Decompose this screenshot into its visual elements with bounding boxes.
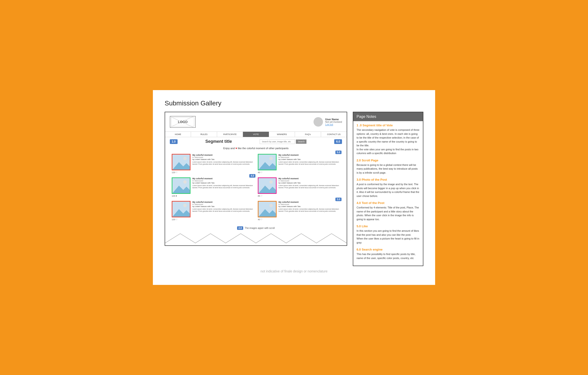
note-item-4: 4.0 Text of the Post Conformed by 4 elem… — [357, 201, 420, 221]
post-image-2[interactable] — [258, 154, 277, 170]
svg-point-13 — [183, 204, 187, 207]
svg-point-16 — [269, 204, 273, 207]
post-badge-2: 5.0 — [336, 150, 342, 154]
post-title-1: My colorful moment — [192, 154, 254, 156]
heart-empty-1: ♡ — [176, 171, 178, 174]
post-inner-1: My colorful moment in Vancouver by Lisbe… — [172, 154, 254, 170]
page-notes-body: 1 .0 Segment title of Vote The secondary… — [353, 121, 423, 266]
badge-search: 6.0 — [334, 139, 342, 144]
wireframe-container: LOGO User Name Not yet involved Log out … — [165, 112, 347, 246]
post-location-5: in Vancouver — [192, 203, 254, 205]
scroll-note: 2.0 The images apper with scroll — [165, 225, 347, 230]
post-likes-3[interactable]: 105 ♥ — [172, 195, 254, 197]
enjoy-text: Enjoy and ♥ like the colorful moment of … — [223, 147, 288, 150]
post-body-4: Lorem ipsum dolor sit amet, consectetur … — [278, 184, 340, 189]
note-item-1: 1 .0 Segment title of Vote The secondary… — [357, 124, 420, 155]
post-body-1: Lorem ipsum dolor sit amet, consectetur … — [192, 161, 254, 165]
post-inner-4: My colorful moment in Vancouver by Lisbe… — [258, 177, 340, 194]
image-placeholder-6 — [259, 202, 276, 217]
note-title-5: 5.0 Like — [357, 225, 420, 228]
svg-point-4 — [269, 157, 273, 160]
post-author-5: by Lisbet Salazar with Tais — [192, 205, 254, 207]
nav-vote[interactable]: VOTE — [243, 132, 269, 137]
note-text-6: This has the possibility to find specifi… — [357, 252, 420, 260]
post-inner-6: My colorful moment in Vancouver by Lisbe… — [258, 201, 340, 217]
post-location-1: in Vancouver — [192, 156, 254, 158]
post-inner-3: My colorful moment in Vancouver by Lisbe… — [172, 177, 254, 194]
post-image-1[interactable] — [172, 154, 190, 170]
search-input[interactable] — [260, 139, 295, 144]
image-placeholder-4 — [259, 178, 276, 193]
search-button[interactable]: Search — [296, 139, 306, 144]
post-location-3: in Vancouver — [192, 180, 254, 182]
post-likes-5[interactable]: 120 ♡ — [172, 218, 254, 221]
note-title-2: 2.0 Scroll Page — [357, 159, 420, 162]
post-likes-1[interactable]: 120 ♡ — [172, 171, 254, 174]
segment-title: Segment title — [205, 139, 232, 144]
note-title-3: 3.0 Photo of the Post — [357, 178, 420, 181]
outer-card: Submission Gallery LOGO User Name Not ye… — [153, 90, 435, 285]
image-placeholder-1 — [172, 155, 190, 170]
post-cell-1: My colorful moment in Vancouver by Lisbe… — [170, 152, 256, 175]
post-body-3: Lorem ipsum dolor sit amet, consectetur … — [192, 184, 254, 189]
nav-winners[interactable]: WINNERS — [269, 132, 295, 137]
logo-text: LOGO — [178, 120, 188, 124]
post-body-5: Lorem ipsum dolor sit amet, consectetur … — [192, 208, 254, 212]
nav-faqs[interactable]: FAQ's — [295, 132, 321, 137]
zigzag-decoration — [165, 231, 347, 245]
post-cell-6: 3.0 My colorful — [256, 199, 342, 223]
heart-empty-4: ♡ — [261, 195, 262, 197]
post-likes-2[interactable]: 40 ♡ — [258, 171, 340, 174]
image-placeholder-3 — [172, 178, 190, 193]
logo-placeholder: LOGO — [170, 116, 196, 128]
post-text-3: My colorful moment in Vancouver by Lisbe… — [192, 177, 254, 189]
post-title-2: My colorful moment — [278, 154, 340, 156]
image-placeholder-2 — [259, 155, 276, 170]
nav-contact[interactable]: CONTACT US — [321, 132, 347, 137]
svg-point-10 — [269, 180, 273, 184]
svg-point-7 — [183, 180, 187, 184]
nav-bar: HOME RULES PARTICIPATE VOTE WINNERS FAQ'… — [165, 132, 347, 137]
nav-rules[interactable]: RULES — [191, 132, 217, 137]
heart-empty-5: ♡ — [176, 218, 178, 221]
segment-row: 1.0 Segment title Search 6.0 — [165, 137, 347, 146]
svg-point-1 — [183, 157, 187, 160]
post-author-2: by Lisbet Salazar with Tais — [278, 158, 340, 161]
post-text-1: My colorful moment in Vancouver by Lisbe… — [192, 154, 254, 165]
post-inner-2: My colorful moment in Vancouver by Lisbe… — [258, 154, 340, 170]
nav-home[interactable]: HOME — [165, 132, 191, 137]
note-title-1: 1 .0 Segment title of Vote — [357, 124, 420, 127]
note-text-1: The secondary navigation of vote is comp… — [357, 128, 420, 155]
logout-link[interactable]: Log out — [325, 123, 342, 126]
post-image-4[interactable] — [258, 177, 277, 194]
note-text-5: In this section you are going to find th… — [357, 229, 420, 245]
note-title-4: 4.0 Text of the Post — [357, 201, 420, 205]
post-text-6: My colorful moment in Vancouver by Lisbe… — [278, 201, 340, 212]
post-author-1: by Lisbet Salazar with Tais — [192, 158, 254, 161]
post-badge-6: 3.0 — [336, 198, 342, 201]
post-cell-5: My colorful moment in Vancouver by Lisbe… — [170, 199, 256, 223]
user-status: Not yet involved — [325, 121, 342, 123]
post-image-5[interactable] — [172, 201, 190, 217]
post-likes-4[interactable]: 85 ♡ — [258, 195, 340, 197]
post-author-4: by Lisbet Salazar with Tais — [278, 182, 340, 184]
post-image-3[interactable] — [172, 177, 190, 194]
post-title-3: My colorful moment — [192, 177, 254, 180]
user-info: User Name Not yet involved Log out — [325, 118, 342, 126]
heart-empty-6: ♡ — [261, 218, 262, 221]
note-text-4: Conformed by 4 elements: Title of the po… — [357, 206, 420, 221]
heart-empty-2: ♡ — [261, 171, 262, 174]
wireframe-header: LOGO User Name Not yet involved Log out — [165, 112, 347, 132]
nav-participate[interactable]: PARTICIPATE — [217, 132, 243, 137]
post-image-6[interactable] — [258, 201, 277, 217]
username: User Name — [325, 118, 342, 121]
post-body-2: Lorem ipsum dolor sit amet, consectetur … — [278, 161, 340, 165]
image-placeholder-5 — [172, 202, 190, 217]
content-area: LOGO User Name Not yet involved Log out … — [165, 112, 423, 266]
post-location-6: in Vancouver — [278, 203, 340, 205]
post-cell-2: 5.0 My colorful — [256, 152, 342, 175]
post-location-4: in Vancouver — [278, 180, 340, 182]
post-likes-6[interactable]: 40 ♡ — [258, 218, 340, 221]
post-author-3: by Lisbet Salazar with Tais — [192, 182, 254, 184]
post-title-6: My colorful moment — [278, 201, 340, 203]
